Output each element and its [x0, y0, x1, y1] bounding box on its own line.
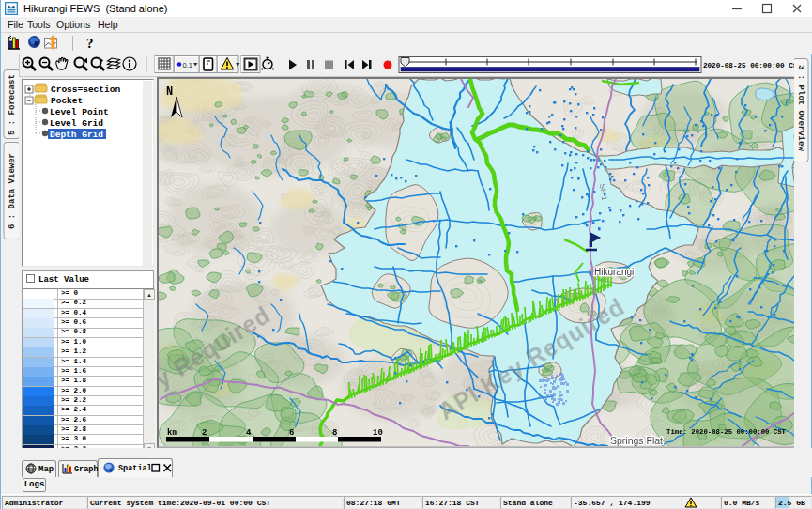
svg-text:Pocket: Pocket [51, 96, 83, 106]
svg-text:0.1: 0.1 [183, 61, 192, 69]
svg-text:?: ? [86, 36, 94, 51]
svg-text:8: 8 [332, 428, 337, 438]
svg-text:3 : Plot Overview: 3 : Plot Overview [796, 65, 805, 151]
svg-text:Hikurangi: Hikurangi [594, 267, 634, 277]
svg-text:2020-08-25 00:00:00 CST: 2020-08-25 00:00:00 CST [703, 62, 795, 69]
svg-text:10: 10 [373, 428, 383, 438]
svg-text:Time: 2020-08-25 00:00:00 CST: Time: 2020-08-25 00:00:00 CST [666, 428, 787, 436]
svg-text:4: 4 [246, 428, 252, 438]
svg-text:Level Grid: Level Grid [50, 118, 103, 129]
svg-text:N: N [166, 85, 173, 99]
svg-text:Depth Grid: Depth Grid [50, 130, 103, 140]
svg-text:5 : Forecast: 5 : Forecast [8, 74, 17, 135]
svg-text:Level Point: Level Point [50, 107, 109, 117]
svg-text:2: 2 [202, 428, 207, 438]
svg-text:Cross=section: Cross=section [51, 85, 120, 95]
svg-text:Springs Flat: Springs Flat [610, 435, 663, 446]
svg-text:km: km [167, 428, 177, 438]
svg-text:6: 6 [289, 428, 294, 438]
svg-text:6 : Data Viewer: 6 : Data Viewer [8, 153, 17, 229]
